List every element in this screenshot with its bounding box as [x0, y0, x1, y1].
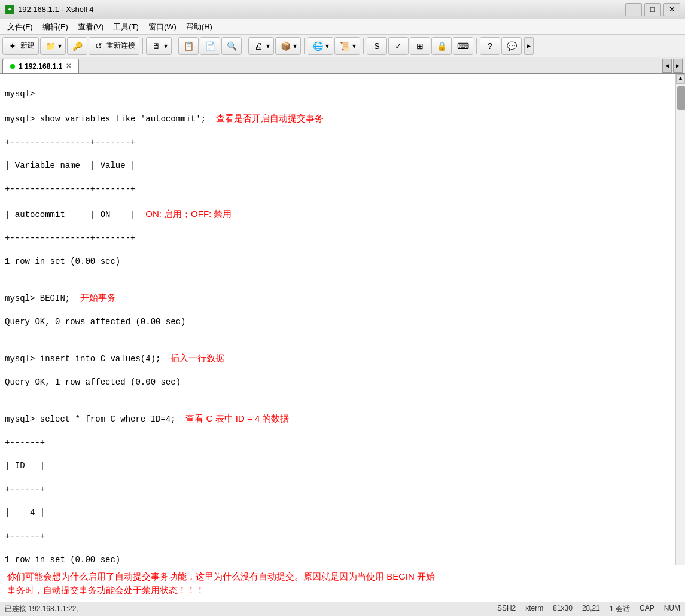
menu-window[interactable]: 窗口(W): [144, 20, 181, 33]
menu-view[interactable]: 查看(V): [73, 20, 108, 33]
status-pos: 28,21: [582, 604, 600, 614]
monitor-icon: 🖥: [150, 40, 162, 52]
line-22: 1 row in set (0.00 sec): [5, 554, 680, 565]
status-size: 81x30: [553, 604, 573, 614]
tab-session[interactable]: 1 192.168.1.1 ✕: [2, 59, 79, 73]
reconnect-button[interactable]: ↺ 重新连接: [89, 37, 139, 55]
bottom-note-line2: 事务时，自动提交事务功能会处于禁用状态！！！: [7, 584, 678, 597]
bottom-note: 你们可能会想为什么启用了自动提交事务功能，这里为什么没有自动提交。原因就是因为当…: [0, 565, 685, 602]
line-7: +----------------+-------+: [5, 233, 680, 245]
key-icon: 🔑: [71, 40, 83, 52]
app-icon: ✦: [5, 5, 14, 14]
new-button[interactable]: ✦ 新建: [2, 37, 39, 55]
terminal-scroll-area[interactable]: mysql> mysql> show variables like 'autoc…: [0, 74, 685, 565]
line-17: +------+: [5, 437, 680, 449]
status-connection: 已连接 192.168.1.1:22。: [5, 604, 83, 614]
scroll-up-arrow[interactable]: ▲: [676, 74, 685, 84]
line-11: Query OK, 0 rows affected (0.00 sec): [5, 316, 680, 328]
script-icon: 📜: [339, 40, 351, 52]
scroll-track[interactable]: [676, 84, 685, 565]
line-14: Query OK, 1 row affected (0.00 sec): [5, 377, 680, 389]
status-sessions: 1 会话: [610, 604, 630, 614]
folder-icon: 📁: [44, 40, 56, 52]
maximize-button[interactable]: □: [644, 3, 661, 16]
print-button[interactable]: 🖨 ▾: [248, 37, 274, 55]
status-right: SSH2 xterm 81x30 28,21 1 会话 CAP NUM: [497, 604, 680, 614]
keyboard-button[interactable]: ⌨: [453, 37, 473, 55]
search-button[interactable]: 🔍: [221, 37, 242, 55]
help-icon: ?: [484, 40, 496, 52]
copy-button[interactable]: 📋: [178, 37, 199, 55]
search-icon: 🔍: [226, 40, 238, 52]
menu-tools[interactable]: 工具(T): [108, 20, 144, 33]
globe-button[interactable]: 🌐 ▾: [308, 37, 333, 55]
print-icon: 🖨: [252, 40, 264, 52]
status-num: NUM: [664, 604, 680, 614]
terminal-content: mysql> mysql> show variables like 'autoc…: [5, 77, 680, 565]
session-btn1[interactable]: S: [367, 37, 387, 55]
line-6: | autocommit | ON | ON: 启用；OFF: 禁用: [5, 208, 680, 221]
session-btn2[interactable]: ✓: [388, 37, 409, 55]
line-1: mysql>: [5, 89, 680, 100]
line-18: | ID |: [5, 461, 680, 472]
script-button[interactable]: 📜 ▾: [334, 37, 360, 55]
chat-button[interactable]: 💬: [501, 37, 522, 55]
lock-button[interactable]: 🔒: [431, 37, 452, 55]
separator-3: [245, 38, 245, 54]
status-term: xterm: [525, 604, 543, 614]
tab-label: 1 192.168.1.1: [19, 62, 62, 71]
status-bar: 已连接 192.168.1.1:22。 SSH2 xterm 81x30 28,…: [0, 602, 685, 616]
line-10: mysql> BEGIN; 开始事务: [5, 291, 680, 305]
new-icon: ✦: [7, 40, 19, 52]
session-icon2: ✓: [392, 40, 404, 52]
menu-file[interactable]: 文件(F): [2, 20, 38, 33]
terminal-scrollbar[interactable]: ▲ ▼: [675, 74, 685, 565]
tab-scroll-right[interactable]: ▶: [673, 59, 683, 73]
line-8: 1 row in set (0.00 sec): [5, 256, 680, 268]
tab-scroll-left[interactable]: ◀: [662, 59, 672, 73]
minimize-button[interactable]: —: [625, 3, 642, 16]
reconnect-icon: ↺: [93, 40, 105, 52]
toolbar-scroll-right[interactable]: ▶: [524, 37, 534, 55]
line-13: mysql> insert into C values(4); 插入一行数据: [5, 352, 680, 365]
line-4: | Variable_name | Value |: [5, 160, 680, 172]
line-3: +----------------+-------+: [5, 137, 680, 149]
line-5: +----------------+-------+: [5, 184, 680, 196]
separator-5: [363, 38, 364, 54]
title-bar: ✦ 192.168.1.1 - Xshell 4 — □ ✕: [0, 0, 685, 19]
grid-button[interactable]: ⊞: [410, 37, 430, 55]
menu-edit[interactable]: 编辑(E): [38, 20, 73, 33]
monitor-button[interactable]: 🖥 ▾: [146, 37, 172, 55]
title-text: 192.168.1.1 - Xshell 4: [18, 5, 93, 14]
grid-icon: ⊞: [414, 40, 426, 52]
key-button[interactable]: 🔑: [67, 37, 87, 55]
tab-navigation: ◀ ▶: [662, 59, 683, 73]
paste-button[interactable]: 📄: [200, 37, 220, 55]
separator-2: [175, 38, 175, 54]
window-controls: — □ ✕: [625, 3, 680, 16]
transfer-button[interactable]: 📦 ▾: [275, 37, 301, 55]
toolbar: ✦ 新建 📁 ▾ 🔑 ↺ 重新连接 🖥 ▾ 📋 📄 🔍 🖨 ▾ 📦 ▾ 🌐 ▾ …: [0, 35, 685, 57]
help-button[interactable]: ?: [480, 37, 500, 55]
status-cap: CAP: [640, 604, 654, 614]
bottom-note-line1: 你们可能会想为什么启用了自动提交事务功能，这里为什么没有自动提交。原因就是因为当…: [7, 570, 678, 584]
open-folder-button[interactable]: 📁 ▾: [40, 37, 66, 55]
chat-icon: 💬: [506, 40, 517, 52]
separator-6: [476, 38, 477, 54]
paste-icon: 📄: [204, 40, 216, 52]
separator-4: [304, 38, 305, 54]
line-21: +------+: [5, 531, 680, 543]
tab-close-button[interactable]: ✕: [66, 62, 71, 70]
terminal[interactable]: mysql> mysql> show variables like 'autoc…: [0, 74, 685, 565]
menu-help[interactable]: 帮助(H): [181, 20, 217, 33]
transfer-icon: 📦: [279, 40, 291, 52]
line-19: +------+: [5, 484, 680, 496]
tab-bar: 1 192.168.1.1 ✕ ◀ ▶: [0, 57, 685, 74]
copy-icon: 📋: [182, 40, 194, 52]
close-button[interactable]: ✕: [663, 3, 680, 16]
tab-status-indicator: [10, 64, 15, 69]
separator-1: [142, 38, 143, 54]
scroll-thumb[interactable]: [677, 86, 685, 110]
lock-icon: 🔒: [436, 40, 447, 52]
globe-icon: 🌐: [312, 40, 324, 52]
